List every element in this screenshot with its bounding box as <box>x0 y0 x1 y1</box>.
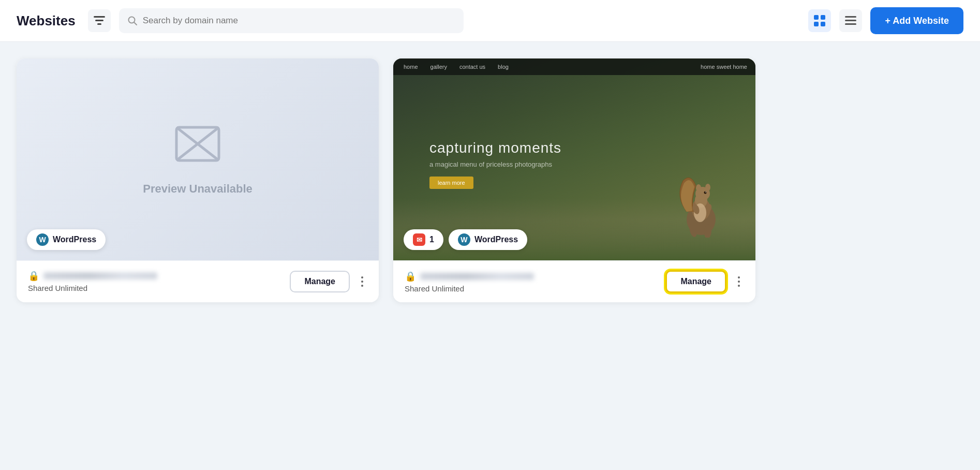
dot <box>361 285 363 287</box>
svg-rect-8 <box>821 22 825 26</box>
manage-label: Manage <box>304 277 335 286</box>
dot <box>361 276 363 278</box>
plan-label: Shared Unlimited <box>28 284 283 292</box>
preview-sub: a magical menu of priceless photographs <box>429 160 561 168</box>
no-image-icon <box>174 123 221 173</box>
manage-button[interactable]: Manage <box>290 271 350 292</box>
page-title: Websites <box>17 13 76 29</box>
dot <box>361 281 363 283</box>
nav-contact: contact us <box>459 64 485 70</box>
nav-home: home <box>404 64 418 70</box>
wordpress-label: WordPress <box>53 235 96 244</box>
nav-blog: blog <box>498 64 509 70</box>
lock-icon: 🔒 <box>405 271 416 282</box>
websites-grid: Preview Unavailable W WordPress 🔒 Shared… <box>0 42 980 319</box>
preview-badges: ✉ 1 W WordPress <box>404 229 527 250</box>
card-footer-info: 🔒 Shared Unlimited <box>405 271 658 293</box>
svg-point-21 <box>704 192 707 194</box>
manage-button[interactable]: Manage <box>665 270 726 293</box>
header: Websites + Add Website <box>0 0 980 42</box>
list-icon <box>845 16 856 25</box>
svg-rect-0 <box>94 16 105 18</box>
preview-heading: capturing moments <box>429 140 561 156</box>
grid-view-button[interactable] <box>808 9 831 32</box>
domain-name <box>43 272 157 280</box>
domain-row: 🔒 <box>28 270 283 282</box>
svg-rect-7 <box>814 22 819 26</box>
filter-button[interactable] <box>88 9 111 32</box>
list-view-button[interactable] <box>839 9 862 32</box>
wordpress-badge: W WordPress <box>27 229 106 250</box>
mail-count: 1 <box>429 235 434 244</box>
svg-rect-9 <box>845 16 856 18</box>
preview-cta-button: learn more <box>429 177 473 189</box>
search-bar <box>119 8 464 33</box>
card-footer-info: 🔒 Shared Unlimited <box>28 270 283 292</box>
squirrel-illustration <box>667 170 724 240</box>
add-website-label: + Add Website <box>885 16 949 26</box>
domain-name <box>420 273 534 280</box>
add-website-button[interactable]: + Add Website <box>870 7 963 34</box>
wordpress-icon: W <box>458 233 470 246</box>
svg-point-20 <box>705 184 710 191</box>
svg-rect-1 <box>95 20 103 21</box>
preview-unavailable-text: Preview Unavailable <box>143 182 253 196</box>
card-preview: Preview Unavailable W WordPress <box>17 58 379 260</box>
svg-line-4 <box>134 22 137 25</box>
svg-rect-5 <box>814 15 819 20</box>
card-footer: 🔒 Shared Unlimited Manage <box>17 260 379 302</box>
preview-badges: W WordPress <box>27 229 106 250</box>
dot <box>738 276 740 278</box>
filter-icon <box>94 16 105 25</box>
dot <box>738 285 740 287</box>
svg-point-22 <box>705 192 706 193</box>
preview-site-title: home sweet home <box>701 64 747 70</box>
search-input[interactable] <box>143 16 455 26</box>
card-preview: home gallery contact us blog home sweet … <box>393 58 755 260</box>
domain-row: 🔒 <box>405 271 658 282</box>
plan-label: Shared Unlimited <box>405 284 658 293</box>
wordpress-badge: W WordPress <box>449 229 527 250</box>
grid-icon <box>814 15 825 26</box>
svg-rect-2 <box>97 23 101 25</box>
preview-nav: home gallery contact us blog home sweet … <box>393 58 755 75</box>
wordpress-label: WordPress <box>474 235 518 244</box>
lock-icon: 🔒 <box>28 270 39 282</box>
website-card: home gallery contact us blog home sweet … <box>393 58 755 302</box>
more-options-button[interactable] <box>734 272 744 291</box>
svg-point-19 <box>696 184 701 192</box>
wordpress-icon: W <box>36 233 49 246</box>
search-icon <box>127 16 138 26</box>
squirrel-icon <box>667 170 724 238</box>
manage-label: Manage <box>680 277 711 286</box>
svg-rect-6 <box>821 15 825 20</box>
mail-icon: ✉ <box>413 233 425 246</box>
website-card: Preview Unavailable W WordPress 🔒 Shared… <box>17 58 379 302</box>
nav-gallery: gallery <box>430 64 447 70</box>
mail-badge: ✉ 1 <box>404 229 443 250</box>
card-footer: 🔒 Shared Unlimited Manage <box>393 260 755 302</box>
svg-rect-10 <box>845 20 856 21</box>
preview-content: capturing moments a magical menu of pric… <box>429 140 561 189</box>
svg-rect-11 <box>845 23 856 25</box>
dot <box>738 281 740 283</box>
more-options-button[interactable] <box>357 272 367 291</box>
